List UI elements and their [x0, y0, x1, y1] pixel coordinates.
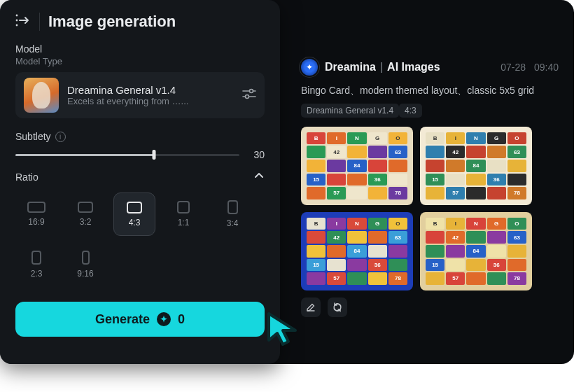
subtlety-label: Subtlety [15, 131, 51, 142]
generation-panel: Image generation Model Model Type Dreami… [0, 0, 280, 364]
result-header: ✦ Dreamina | AI Images 07-28 09:40 [301, 59, 559, 76]
prompt-row: Bingo Card、modern themed layout、classic … [301, 83, 559, 118]
result-image[interactable]: BINGO42638415365778 [301, 212, 413, 290]
ratio-option-4-3[interactable]: 4:3 [113, 192, 155, 236]
ratio-shape-icon [78, 202, 93, 213]
ratio-option-label: 3:2 [80, 217, 92, 227]
svg-point-6 [246, 95, 249, 99]
brand-icon: ✦ [301, 59, 318, 76]
ratio-option-label: 16:9 [28, 217, 44, 227]
ratio-option-9-16[interactable]: 9:16 [64, 243, 106, 286]
ratio-label: Ratio [15, 172, 38, 183]
settings-icon[interactable] [242, 88, 256, 102]
ratio-shape-icon [177, 201, 190, 214]
ratio-option-label: 9:16 [77, 269, 93, 279]
header-divider [39, 13, 40, 31]
result-image[interactable]: BINGO42638415365778 [420, 127, 532, 205]
generate-button[interactable]: Generate ✦ 0 [15, 302, 265, 337]
result-date: 07-28 [500, 62, 526, 73]
model-type-label: Model Type [15, 56, 265, 66]
subtlety-slider[interactable] [15, 154, 239, 156]
metadata-chip: 4:3 [399, 104, 422, 118]
result-image[interactable]: BINGO42638415365778 [420, 212, 532, 290]
model-thumbnail [24, 78, 59, 113]
ratio-shape-icon [27, 202, 46, 213]
results-panel: ✦ Dreamina | AI Images 07-28 09:40 Bingo… [280, 0, 574, 364]
ratio-header[interactable]: Ratio [0, 160, 280, 188]
result-section: AI Images [387, 61, 440, 74]
model-name: Dreamina General v1.4 [67, 84, 234, 96]
ratio-grid: 16:93:24:31:13:42:39:16 [0, 188, 280, 286]
ratio-option-label: 3:4 [227, 218, 239, 228]
credit-icon: ✦ [157, 312, 171, 326]
info-icon[interactable]: i [55, 132, 66, 142]
model-section: Model Model Type Dreamina General v1.4 E… [0, 41, 280, 121]
prompt-text: Bingo Card、modern themed layout、classic … [301, 83, 534, 98]
ratio-shape-icon [227, 200, 238, 214]
result-image[interactable]: BINGO42638415365778 [301, 127, 413, 205]
ratio-option-label: 2:3 [31, 269, 43, 279]
ratio-shape-icon [31, 251, 41, 265]
svg-point-2 [16, 24, 18, 26]
ratio-option-16-9[interactable]: 16:9 [15, 192, 57, 236]
ratio-option-3-4[interactable]: 3:4 [211, 192, 253, 236]
exit-icon[interactable] [15, 14, 31, 30]
edit-button[interactable] [301, 298, 321, 317]
model-section-label: Model [15, 43, 265, 55]
model-description: Excels at everything from …... [67, 96, 234, 106]
page-title: Image generation [48, 13, 176, 31]
model-selector[interactable]: Dreamina General v1.4 Excels at everythi… [15, 72, 265, 118]
ratio-option-2-3[interactable]: 2:3 [15, 243, 57, 286]
svg-point-0 [16, 14, 18, 16]
ratio-option-3-2[interactable]: 3:2 [64, 192, 106, 236]
model-text: Dreamina General v1.4 Excels at everythi… [67, 84, 234, 106]
title-separator: | [380, 61, 383, 74]
subtlety-section: Subtlety i 30 [0, 121, 280, 160]
result-time: 09:40 [534, 62, 559, 73]
ratio-option-label: 1:1 [178, 218, 190, 227]
regenerate-button[interactable] [328, 298, 347, 317]
brand-name: Dreamina [325, 61, 376, 74]
ratio-shape-icon [82, 251, 90, 265]
metadata-chip: Dreamina General v1.4 [301, 104, 399, 118]
panel-header: Image generation [0, 0, 280, 41]
ratio-shape-icon [127, 202, 142, 214]
result-grid: BINGO42638415365778 BINGO42638415365778 … [301, 127, 559, 290]
subtlety-value: 30 [249, 149, 265, 160]
ratio-option-1-1[interactable]: 1:1 [162, 192, 204, 236]
svg-point-4 [250, 90, 253, 93]
chevron-up-icon [253, 170, 265, 184]
generate-cost: 0 [178, 312, 185, 327]
svg-point-1 [16, 19, 18, 21]
result-actions [301, 298, 559, 317]
ratio-option-label: 4:3 [129, 218, 141, 227]
generate-label: Generate [95, 312, 150, 327]
